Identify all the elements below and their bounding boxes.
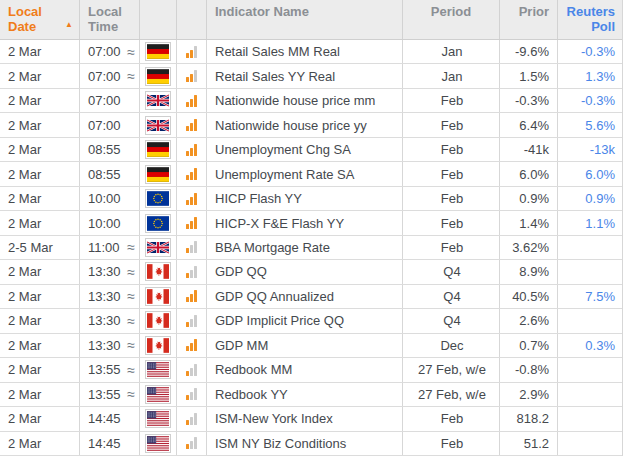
indicator-name-cell: HICP-X F&E Flash YY xyxy=(207,211,403,234)
table-row[interactable]: 2 Mar 14:45 ISM-New York Index Feb 818.2 xyxy=(0,407,622,431)
period-cell: Feb xyxy=(403,138,500,161)
approx-time-icon: ≈ xyxy=(127,239,135,255)
table-row[interactable]: 2 Mar 07:00 ≈ Retail Sales YY Real Jan 1… xyxy=(0,64,622,88)
table-row[interactable]: 2 Mar 10:00 HICP-X F&E Flash YY Feb 1.4%… xyxy=(0,211,622,235)
table-row[interactable]: 2 Mar 13:55 ≈ Redbook MM 27 Feb, w/e -0.… xyxy=(0,358,622,382)
reuters-poll-value-cell xyxy=(558,236,623,259)
uk-flag-icon xyxy=(145,116,171,135)
germany-flag-icon xyxy=(145,67,171,86)
reuters-poll-value-cell: 0.3% xyxy=(558,334,623,357)
indicator-name-cell: GDP QQ xyxy=(207,260,403,283)
table-row[interactable]: 2 Mar 10:00 HICP Flash YY Feb 0.9% 0.9% xyxy=(0,187,622,211)
period-cell: Feb xyxy=(403,187,500,210)
canada-flag-icon xyxy=(145,287,171,306)
column-header-indicator-name[interactable]: Indicator Name xyxy=(207,0,403,39)
approx-time-icon: ≈ xyxy=(127,44,135,60)
indicator-name-cell: Redbook YY xyxy=(207,383,403,406)
local-date-cell: 2 Mar xyxy=(0,113,80,136)
column-header-flag[interactable] xyxy=(140,0,177,39)
indicator-name-cell: GDP QQ Annualized xyxy=(207,285,403,308)
local-time-value: 14:45 xyxy=(88,411,121,426)
table-row[interactable]: 2 Mar 13:30 ≈ GDP QQ Annualized Q4 40.5%… xyxy=(0,285,622,309)
local-time-value: 13:30 xyxy=(88,338,121,353)
reuters-poll-header-label: Reuters Poll xyxy=(567,4,615,34)
reuters-poll-value-cell: -13k xyxy=(558,138,623,161)
table-row[interactable]: 2 Mar 07:00 Nationwide house price mm Fe… xyxy=(0,89,622,113)
table-row[interactable]: 2 Mar 13:55 ≈ Redbook YY 27 Feb, w/e 2.9… xyxy=(0,383,622,407)
germany-flag-icon xyxy=(145,140,171,159)
period-cell: Feb xyxy=(403,432,500,455)
column-header-local-date[interactable]: Local Date ▲ xyxy=(0,0,80,39)
uk-flag-icon xyxy=(145,238,171,257)
local-date-cell: 2 Mar xyxy=(0,89,80,112)
reuters-poll-value-cell: 1.3% xyxy=(558,64,623,87)
prior-value-cell: 1.5% xyxy=(500,64,558,87)
table-row[interactable]: 2 Mar 07:00 ≈ Retail Sales MM Real Jan -… xyxy=(0,40,622,64)
column-header-prior[interactable]: Prior xyxy=(500,0,558,39)
germany-flag-icon xyxy=(145,165,171,184)
table-row[interactable]: 2 Mar 13:30 ≈ GDP Implicit Price QQ Q4 2… xyxy=(0,309,622,333)
table-row[interactable]: 2 Mar 08:55 Unemployment Rate SA Feb 6.0… xyxy=(0,162,622,186)
indicator-name-cell: Nationwide house price yy xyxy=(207,113,403,136)
importance-bars-icon xyxy=(186,315,197,327)
indicator-name-cell: ISM-New York Index xyxy=(207,407,403,430)
indicator-name-cell: GDP MM xyxy=(207,334,403,357)
eu-flag-icon xyxy=(145,189,171,208)
local-time-value: 10:00 xyxy=(88,216,121,231)
importance-bars-icon xyxy=(186,437,197,449)
usa-flag-icon xyxy=(145,409,171,428)
table-row[interactable]: 2-5 Mar 11:00 ≈ BBA Mortgage Rate Feb 3.… xyxy=(0,236,622,260)
reuters-poll-value-cell xyxy=(558,383,623,406)
table-row[interactable]: 2 Mar 07:00 Nationwide house price yy Fe… xyxy=(0,113,622,137)
local-time-value: 07:00 xyxy=(88,44,121,59)
approx-time-icon: ≈ xyxy=(127,362,135,378)
column-header-importance[interactable] xyxy=(177,0,207,39)
local-time-value: 13:30 xyxy=(88,313,121,328)
eu-flag-icon xyxy=(145,214,171,233)
table-body: 2 Mar 07:00 ≈ Retail Sales MM Real Jan -… xyxy=(0,40,622,456)
local-time-value: 07:00 xyxy=(88,118,121,133)
column-header-period[interactable]: Period xyxy=(403,0,500,39)
importance-bars-icon xyxy=(186,168,197,180)
prior-value-cell: 3.62% xyxy=(500,236,558,259)
usa-flag-icon xyxy=(145,385,171,404)
indicator-name-cell: Unemployment Rate SA xyxy=(207,162,403,185)
local-time-value: 07:00 xyxy=(88,93,121,108)
reuters-poll-value-cell: -0.3% xyxy=(558,40,623,63)
reuters-poll-value-cell: -0.3% xyxy=(558,89,623,112)
period-cell: Q4 xyxy=(403,309,500,332)
reuters-poll-value-cell: 7.5% xyxy=(558,285,623,308)
table-row[interactable]: 2 Mar 08:55 Unemployment Chg SA Feb -41k… xyxy=(0,138,622,162)
table-row[interactable]: 2 Mar 14:45 ISM NY Biz Conditions Feb 51… xyxy=(0,432,622,456)
reuters-poll-value-cell xyxy=(558,407,623,430)
prior-value-cell: 40.5% xyxy=(500,285,558,308)
reuters-poll-value-cell xyxy=(558,260,623,283)
local-date-cell: 2 Mar xyxy=(0,358,80,381)
period-cell: Feb xyxy=(403,89,500,112)
indicator-name-cell: Retail Sales MM Real xyxy=(207,40,403,63)
local-date-cell: 2 Mar xyxy=(0,40,80,63)
local-time-header-label: Local Time xyxy=(88,4,122,34)
table-header-row: Local Date ▲ Local Time Indicator Name P… xyxy=(0,0,622,40)
importance-bars-icon xyxy=(186,217,197,229)
prior-value-cell: 2.9% xyxy=(500,383,558,406)
period-cell: Q4 xyxy=(403,285,500,308)
approx-time-icon: ≈ xyxy=(127,264,135,280)
period-cell: Jan xyxy=(403,40,500,63)
importance-bars-icon xyxy=(186,413,197,425)
local-time-value: 13:55 xyxy=(88,362,121,377)
indicator-name-cell: HICP Flash YY xyxy=(207,187,403,210)
column-header-local-time[interactable]: Local Time xyxy=(80,0,140,39)
prior-value-cell: -0.3% xyxy=(500,89,558,112)
local-date-cell: 2 Mar xyxy=(0,260,80,283)
period-cell: Q4 xyxy=(403,260,500,283)
importance-bars-icon xyxy=(186,46,197,58)
table-row[interactable]: 2 Mar 13:30 ≈ GDP MM Dec 0.7% 0.3% xyxy=(0,334,622,358)
local-time-value: 08:55 xyxy=(88,142,121,157)
column-header-reuters-poll[interactable]: Reuters Poll xyxy=(558,0,623,39)
reuters-poll-value-cell: 6.0% xyxy=(558,162,623,185)
prior-value-cell: 0.9% xyxy=(500,187,558,210)
importance-bars-icon xyxy=(186,290,197,302)
reuters-poll-value-cell: 1.1% xyxy=(558,211,623,234)
table-row[interactable]: 2 Mar 13:30 ≈ GDP QQ Q4 8.9% xyxy=(0,260,622,284)
